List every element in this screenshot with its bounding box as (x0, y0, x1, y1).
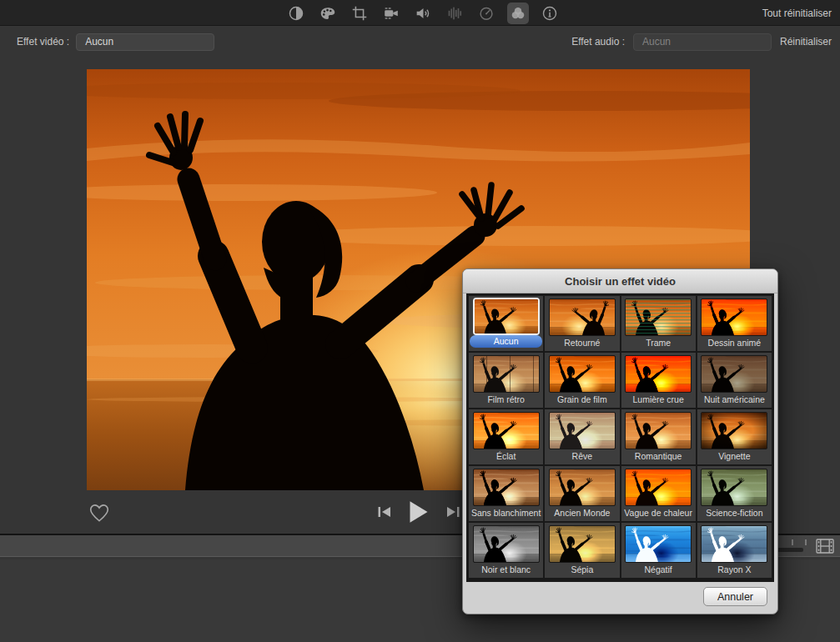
effect-item[interactable]: Aucun (469, 296, 543, 351)
volume-icon[interactable] (412, 3, 434, 24)
reset-button[interactable]: Réinitialiser (780, 36, 832, 48)
previous-frame-button[interactable] (377, 505, 392, 522)
effect-item[interactable]: Retourné (545, 296, 619, 351)
effect-label: Science-fiction (697, 506, 772, 519)
effect-grid-wrap: AucunRetournéTrameDessin animéFilm rétro… (466, 293, 774, 582)
app-window: Tout réinitialiser Effet vidéo : Aucun E… (0, 0, 840, 642)
effect-thumbnail (549, 298, 616, 336)
effect-thumbnail (473, 469, 540, 506)
effect-label: Trame (621, 336, 696, 349)
effect-item[interactable]: Négatif (621, 523, 696, 578)
stabilization-icon[interactable] (380, 3, 402, 24)
dialog-footer: Annuler (463, 582, 777, 614)
effect-item[interactable]: Nuit américaine (697, 353, 772, 408)
slider-tick (792, 539, 793, 545)
effect-thumbnail (701, 298, 767, 336)
audio-effect-label: Effet audio : (571, 36, 625, 48)
effect-thumbnail (701, 469, 767, 506)
effect-item[interactable]: Éclat (469, 409, 543, 464)
video-effect-chooser-dialog: Choisir un effet vidéo AucunRetournéTram… (462, 268, 778, 614)
effect-item[interactable]: Film rétro (469, 353, 543, 408)
effect-label: Vague de chaleur (621, 506, 696, 519)
effect-selection-bar: Effet vidéo : Aucun Effet audio : Aucun … (0, 27, 840, 57)
effect-thumbnail (549, 469, 616, 506)
effect-label: Noir et blanc (469, 563, 543, 576)
effect-item[interactable]: Vague de chaleur (621, 466, 696, 521)
effect-item[interactable]: Grain de film (545, 353, 619, 408)
transport-controls (377, 499, 460, 529)
effect-thumbnail (625, 298, 692, 336)
crop-icon[interactable] (349, 3, 370, 24)
effect-label: Éclat (469, 449, 543, 463)
effect-label: Dessin animé (697, 336, 772, 349)
effect-thumbnail (625, 412, 692, 449)
audio-effect-button[interactable]: Aucun (633, 33, 772, 51)
effect-label: Négatif (621, 563, 696, 576)
effect-thumbnail (473, 412, 540, 449)
effect-item[interactable]: Vignette (697, 409, 772, 464)
play-button[interactable] (409, 500, 429, 527)
effect-label: Lumière crue (621, 393, 696, 406)
effect-label: Aucun (470, 335, 542, 348)
effect-thumbnail (701, 355, 767, 393)
video-effect-button[interactable]: Aucun (76, 33, 214, 51)
effect-item[interactable]: Sans blanchiment (469, 466, 543, 521)
effect-item[interactable]: Trame (621, 296, 696, 351)
effect-thumbnail (549, 412, 616, 449)
slider-tick (805, 539, 807, 545)
effect-label: Vignette (697, 449, 772, 463)
effect-item[interactable]: Lumière crue (621, 353, 696, 408)
adjustments-toolbar: Tout réinitialiser (0, 0, 840, 26)
color-correction-icon[interactable] (317, 3, 339, 24)
filmstrip-icon[interactable] (816, 538, 834, 554)
reset-all-button[interactable]: Tout réinitialiser (762, 0, 832, 26)
color-balance-icon[interactable] (285, 3, 307, 24)
effect-label: Sépia (545, 563, 619, 576)
effect-item[interactable]: Dessin animé (697, 296, 772, 351)
effect-item[interactable]: Rayon X (697, 523, 772, 578)
effect-thumbnail (625, 355, 692, 393)
effect-thumbnail (701, 525, 767, 563)
effect-thumbnail (625, 525, 692, 563)
favorite-heart-icon[interactable] (88, 503, 110, 524)
effect-grid: AucunRetournéTrameDessin animéFilm rétro… (469, 296, 772, 578)
effect-label: Nuit américaine (697, 393, 772, 406)
effect-item[interactable]: Ancien Monde (545, 466, 619, 521)
effect-item[interactable]: Science-fiction (697, 466, 772, 521)
speed-icon[interactable] (475, 3, 497, 24)
effect-label: Retourné (545, 336, 619, 349)
effect-thumbnail (549, 355, 616, 393)
video-effect-label: Effet vidéo : (17, 36, 69, 48)
effect-thumbnail (473, 525, 540, 563)
effects-icon[interactable] (507, 3, 529, 24)
effect-label: Sans blanchiment (469, 506, 543, 519)
effect-thumbnail (549, 525, 616, 563)
audio-levels-icon[interactable] (444, 3, 465, 24)
toolbar-icon-group (285, 0, 561, 26)
cancel-button[interactable]: Annuler (703, 587, 767, 606)
effect-label: Ancien Monde (545, 506, 619, 519)
dialog-title: Choisir un effet vidéo (463, 269, 777, 293)
effect-label: Romantique (621, 449, 696, 463)
effect-thumbnail (473, 355, 540, 393)
effect-thumbnail (625, 469, 692, 506)
effect-label: Grain de film (545, 393, 619, 406)
effect-item[interactable]: Romantique (621, 409, 696, 464)
effect-item[interactable]: Noir et blanc (469, 523, 543, 578)
effect-item[interactable]: Sépia (545, 523, 619, 578)
effect-label: Rayon X (697, 563, 772, 576)
info-icon[interactable] (539, 3, 561, 24)
effect-thumbnail (701, 412, 767, 449)
effect-label: Film rétro (469, 393, 543, 406)
next-frame-button[interactable] (445, 505, 460, 522)
effect-label: Rêve (545, 449, 619, 463)
effect-item[interactable]: Rêve (545, 409, 619, 464)
effect-thumbnail (473, 298, 540, 335)
